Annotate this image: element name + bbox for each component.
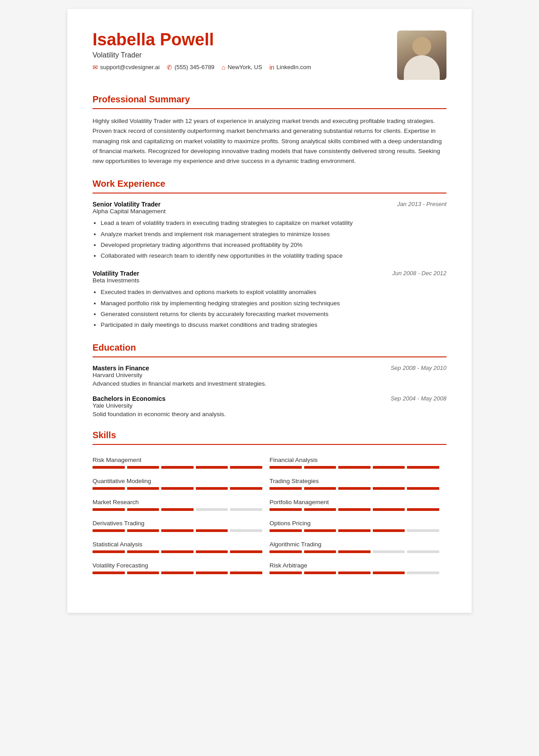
skill-segment-0: [93, 487, 125, 490]
edu-degree-1: Bachelors in Economics: [93, 395, 166, 402]
skill-name-right-4: Algorithmic Trading: [270, 541, 439, 548]
location-icon: ⌂: [221, 64, 225, 71]
header-left: Isabella Powell Volatility Trader ✉ supp…: [93, 31, 383, 71]
skill-segment-4: [407, 571, 439, 574]
edu-left-0: Masters in FinanceHarvard University: [93, 365, 149, 380]
skill-item-left-4: Statistical Analysis: [93, 536, 270, 558]
linkedin-contact: in LinkedIn.com: [270, 64, 311, 71]
resume-container: Isabella Powell Volatility Trader ✉ supp…: [67, 9, 472, 613]
skill-name-right-3: Options Pricing: [270, 520, 439, 527]
skill-segment-2: [161, 466, 194, 469]
skill-segment-4: [407, 508, 439, 511]
edu-date-0: Sep 2008 - May 2010: [391, 365, 446, 371]
skill-segment-0: [270, 487, 302, 490]
job-header-0: Senior Volatility TraderAlpha Capital Ma…: [93, 201, 446, 218]
skill-segment-4: [230, 466, 262, 469]
skill-segment-3: [373, 466, 405, 469]
phone-value: (555) 345-6789: [174, 64, 214, 70]
skill-segment-0: [270, 550, 302, 553]
skill-bar-right-5: [270, 571, 439, 574]
phone-contact: ✆ (555) 345-6789: [167, 64, 214, 71]
summary-text: Highly skilled Volatility Trader with 12…: [93, 116, 446, 166]
experience-divider: [93, 193, 446, 193]
skill-segment-1: [304, 466, 336, 469]
skill-segment-4: [230, 550, 262, 553]
skill-segment-0: [93, 466, 125, 469]
skill-name-left-4: Statistical Analysis: [93, 541, 262, 548]
skill-segment-2: [338, 529, 371, 532]
skill-segment-3: [196, 529, 228, 532]
experience-title: Work Experience: [93, 179, 446, 189]
skill-segment-2: [161, 550, 194, 553]
job-bullet-1-2: Generated consistent returns for clients…: [101, 309, 446, 319]
skill-segment-4: [407, 466, 439, 469]
skill-bar-right-0: [270, 466, 439, 469]
skill-segment-1: [127, 487, 159, 490]
summary-title: Professional Summary: [93, 94, 446, 105]
skill-name-right-0: Financial Analysis: [270, 457, 439, 463]
job-left-1: Volatility TraderBeta Investments: [93, 270, 139, 287]
jobs-container: Senior Volatility TraderAlpha Capital Ma…: [93, 201, 446, 330]
skill-item-left-5: Volatility Forecasting: [93, 558, 270, 579]
skill-bar-left-0: [93, 466, 262, 469]
skill-segment-0: [93, 508, 125, 511]
skill-segment-4: [230, 529, 262, 532]
skill-item-right-0: Financial Analysis: [270, 452, 446, 473]
skill-segment-0: [93, 529, 125, 532]
skill-segment-0: [93, 550, 125, 553]
job-bullet-0-0: Lead a team of volatility traders in exe…: [101, 218, 446, 228]
job-header-1: Volatility TraderBeta InvestmentsJun 200…: [93, 270, 446, 287]
email-contact: ✉ support@cvdesigner.ai: [93, 64, 159, 71]
skill-bar-left-5: [93, 571, 262, 574]
summary-divider: [93, 108, 446, 109]
skill-name-right-1: Trading Strategies: [270, 478, 439, 484]
skill-segment-4: [407, 487, 439, 490]
skill-name-right-2: Portfolio Management: [270, 499, 439, 505]
skill-bar-right-1: [270, 487, 439, 490]
edu-date-1: Sep 2004 - May 2008: [391, 395, 446, 402]
skill-segment-3: [373, 550, 405, 553]
skill-segment-1: [127, 550, 159, 553]
skill-segment-2: [161, 508, 194, 511]
candidate-photo: [397, 31, 446, 80]
skill-segment-3: [373, 508, 405, 511]
skill-segment-4: [230, 508, 262, 511]
skill-segment-0: [270, 529, 302, 532]
skill-item-left-2: Market Research: [93, 494, 270, 515]
skill-segment-3: [196, 550, 228, 553]
skill-segment-3: [196, 571, 228, 574]
location-contact: ⌂ NewYork, US: [221, 64, 262, 71]
skill-bar-right-4: [270, 550, 439, 553]
skill-segment-2: [338, 466, 371, 469]
skill-name-left-2: Market Research: [93, 499, 262, 505]
skill-bar-left-2: [93, 508, 262, 511]
job-item-0: Senior Volatility TraderAlpha Capital Ma…: [93, 201, 446, 261]
job-date-1: Jun 2008 - Dec 2012: [392, 270, 446, 277]
location-value: NewYork, US: [228, 64, 262, 70]
photo-placeholder: [397, 31, 446, 80]
skills-section: Skills Risk ManagementFinancial Analysis…: [93, 430, 446, 579]
skill-bar-left-4: [93, 550, 262, 553]
skill-segment-3: [373, 571, 405, 574]
skill-name-left-5: Volatility Forecasting: [93, 562, 262, 569]
header: Isabella Powell Volatility Trader ✉ supp…: [93, 31, 446, 80]
job-bullet-0-2: Developed proprietary trading algorithms…: [101, 240, 446, 250]
skill-segment-2: [338, 487, 371, 490]
job-title-1: Volatility Trader: [93, 270, 139, 277]
skill-segment-4: [407, 550, 439, 553]
skill-segment-1: [127, 529, 159, 532]
skill-bar-right-3: [270, 529, 439, 532]
skill-name-left-3: Derivatives Trading: [93, 520, 262, 527]
education-section: Education Masters in FinanceHarvard Univ…: [93, 343, 446, 418]
education-title: Education: [93, 343, 446, 353]
skill-bar-left-1: [93, 487, 262, 490]
job-bullet-0-1: Analyze market trends and implement risk…: [101, 229, 446, 239]
photo-head: [412, 37, 431, 56]
skill-segment-1: [127, 466, 159, 469]
job-date-0: Jan 2013 - Present: [397, 201, 446, 207]
photo-body: [404, 55, 440, 80]
edu-left-1: Bachelors in EconomicsYale University: [93, 395, 166, 411]
job-left-0: Senior Volatility TraderAlpha Capital Ma…: [93, 201, 166, 218]
edu-desc-1: Solid foundation in economic theory and …: [93, 411, 446, 418]
skill-item-right-2: Portfolio Management: [270, 494, 446, 515]
